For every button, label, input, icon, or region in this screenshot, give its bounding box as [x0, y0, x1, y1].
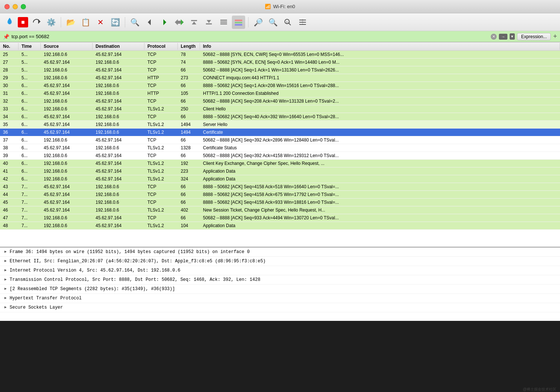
packet-dest: 45.62.97.164	[93, 136, 144, 144]
add-filter-button[interactable]: +	[553, 33, 557, 40]
packet-time: 6...	[19, 97, 41, 105]
first-packet-icon[interactable]	[217, 16, 230, 29]
filter-input[interactable]	[11, 34, 489, 39]
detail-item[interactable]: ▶Transmission Control Protocol, Src Port…	[0, 275, 560, 285]
packet-len: 66	[178, 66, 200, 74]
expand-toggle-icon[interactable]: ▶	[3, 268, 8, 273]
colorize-icon[interactable]	[232, 16, 245, 29]
prev-packet-icon[interactable]	[187, 16, 201, 29]
watermark-text: @稀土掘金技术社区	[523, 387, 556, 392]
maximize-button[interactable]	[21, 4, 26, 9]
table-row[interactable]: 285...192.168.0.645.62.97.164TCP6650682→…	[0, 66, 560, 74]
packet-info: Application Data	[200, 167, 560, 175]
packet-dest: 45.62.97.164	[93, 97, 144, 105]
table-row[interactable]: 316...45.62.97.164192.168.0.6HTTP105HTTP…	[0, 90, 560, 97]
close-button[interactable]	[4, 4, 10, 9]
table-row[interactable]: 437...45.62.97.164192.168.0.6TCP668888→5…	[0, 183, 560, 191]
packet-info: 50682→8888 [SYN, ECN, CWR] Seq=0 Win=655…	[200, 51, 560, 58]
packet-no: 42	[0, 175, 19, 183]
zoom-in-icon[interactable]: 🔎	[251, 16, 265, 29]
detail-item[interactable]: ▶Ethernet II, Src: Fenglian_20:26:07 (a4…	[0, 257, 560, 266]
packet-len: 66	[178, 97, 200, 105]
table-row[interactable]: 336...192.168.0.645.62.97.164TLSv1.2250C…	[0, 105, 560, 113]
options-icon[interactable]: ⚙️	[44, 16, 58, 29]
table-row[interactable]: 366...45.62.97.164192.168.0.6TLSv1.21494…	[0, 129, 560, 136]
packet-dest: 45.62.97.164	[93, 74, 144, 82]
packet-len: 66	[178, 214, 200, 222]
close-capture-icon[interactable]: ✕	[94, 16, 107, 29]
packet-source: 45.62.97.164	[41, 90, 93, 97]
packet-no: 45	[0, 199, 19, 206]
packet-source: 192.168.0.6	[41, 214, 93, 222]
expand-toggle-icon[interactable]: ▶	[3, 296, 8, 301]
table-row[interactable]: 346...45.62.97.164192.168.0.6TCP668888→5…	[0, 113, 560, 121]
table-row[interactable]: 255...192.168.0.645.62.97.164TCP7850682→…	[0, 51, 560, 59]
packet-proto: TLSv1.2	[144, 175, 178, 183]
find-icon[interactable]: 🔍	[128, 16, 141, 29]
open-icon[interactable]: 📂	[64, 16, 77, 29]
minimize-button[interactable]	[13, 4, 18, 9]
table-row[interactable]: 477...192.168.0.645.62.97.164TCP6650682→…	[0, 214, 560, 222]
table-row[interactable]: 295...192.168.0.645.62.97.164HTTP273CONN…	[0, 74, 560, 82]
packet-time: 7...	[19, 214, 41, 222]
packet-info: 8888→50682 [ACK] Seq=4158 Ack=675 Win=17…	[200, 191, 560, 198]
packet-proto: TLSv1.2	[144, 167, 178, 175]
packet-list-header: No. Time Source Destination Protocol Len…	[0, 42, 560, 51]
go-back-icon[interactable]	[143, 16, 156, 29]
table-row[interactable]: 487...192.168.0.645.62.97.164TLSv1.2104A…	[0, 222, 560, 230]
table-row[interactable]: 447...45.62.97.164192.168.0.6TCP668888→5…	[0, 191, 560, 199]
detail-item[interactable]: ▶Internet Protocol Version 4, Src: 45.62…	[0, 266, 560, 275]
wireshark-logo-icon	[3, 16, 16, 29]
detail-item[interactable]: ▶Secure Sockets Layer	[0, 303, 560, 312]
go-forward-icon[interactable]	[158, 16, 171, 29]
packet-dest: 45.62.97.164	[93, 160, 144, 167]
next-packet-icon[interactable]	[202, 16, 216, 29]
table-row[interactable]: 306...45.62.97.164192.168.0.6TCP668888→5…	[0, 82, 560, 90]
packet-len: 66	[178, 183, 200, 190]
zoom-reset-icon[interactable]: 1:1	[281, 16, 294, 29]
go-to-packet-icon[interactable]	[173, 16, 186, 29]
filter-apply-button[interactable]: →	[499, 34, 507, 40]
restart-icon[interactable]	[30, 16, 43, 29]
table-row[interactable]: 275...45.62.97.164192.168.0.6TCP748888→5…	[0, 59, 560, 66]
table-row[interactable]: 376...192.168.0.645.62.97.164TCP6650682→…	[0, 136, 560, 144]
detail-rows: ▶Frame 36: 1494 bytes on wire (11952 bit…	[0, 248, 560, 312]
expand-toggle-icon[interactable]: ▶	[3, 305, 8, 310]
table-row[interactable]: 457...45.62.97.164192.168.0.6TCP668888→5…	[0, 199, 560, 206]
save-icon[interactable]: 📋	[79, 16, 92, 29]
packet-list[interactable]: No. Time Source Destination Protocol Len…	[0, 42, 560, 247]
expand-toggle-icon[interactable]: ▶	[3, 249, 8, 255]
packet-source: 45.62.97.164	[41, 183, 93, 190]
filter-dropdown-button[interactable]: ▾	[510, 33, 515, 40]
packet-no: 41	[0, 167, 19, 175]
detail-item[interactable]: ▶Hypertext Transfer Protocol	[0, 294, 560, 303]
table-row[interactable]: 386...45.62.97.164192.168.0.6TLSv1.21328…	[0, 144, 560, 152]
table-row[interactable]: 467...45.62.97.164192.168.0.6TLSv1.2402N…	[0, 206, 560, 214]
detail-item[interactable]: ▶[2 Reassembled TCP Segments (2282 bytes…	[0, 285, 560, 294]
expand-toggle-icon[interactable]: ▶	[3, 259, 8, 264]
detail-text: Internet Protocol Version 4, Src: 45.62.…	[10, 267, 180, 274]
zoom-out-icon[interactable]: 🔍	[266, 16, 280, 29]
filter-clear-button[interactable]: ✕	[491, 34, 497, 40]
resize-columns-icon[interactable]	[296, 16, 309, 29]
expression-button[interactable]: Expression...	[517, 33, 551, 40]
expand-toggle-icon[interactable]: ▶	[3, 277, 8, 282]
packet-no: 48	[0, 222, 19, 229]
packet-source: 45.62.97.164	[41, 129, 93, 136]
packet-proto: TCP	[144, 113, 178, 120]
col-no: No.	[0, 43, 19, 50]
table-row[interactable]: 396...192.168.0.645.62.97.164TCP6650682→…	[0, 152, 560, 160]
packet-no: 47	[0, 214, 19, 222]
packet-no: 30	[0, 82, 19, 89]
stop-capture-icon[interactable]: ■	[18, 17, 28, 27]
detail-item[interactable]: ▶Frame 36: 1494 bytes on wire (11952 bit…	[0, 248, 560, 257]
packet-proto: TCP	[144, 152, 178, 159]
table-row[interactable]: 326...192.168.0.645.62.97.164TCP6650682→…	[0, 97, 560, 105]
reload-icon[interactable]: 🔄	[109, 16, 122, 29]
table-row[interactable]: 416...192.168.0.645.62.97.164TLSv1.2223A…	[0, 167, 560, 175]
expand-toggle-icon[interactable]: ▶	[3, 286, 8, 292]
table-row[interactable]: 426...192.168.0.645.62.97.164TLSv1.2324A…	[0, 175, 560, 183]
table-row[interactable]: 406...192.168.0.645.62.97.164TLSv1.2192C…	[0, 160, 560, 167]
table-row[interactable]: 356...45.62.97.164192.168.0.6TLSv1.21494…	[0, 121, 560, 129]
packet-source: 192.168.0.6	[41, 97, 93, 105]
